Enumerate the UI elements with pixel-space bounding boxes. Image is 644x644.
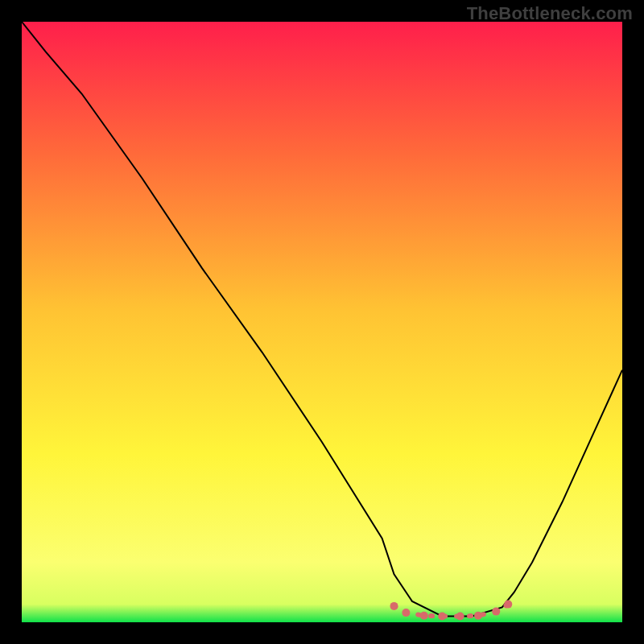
marker-dot xyxy=(420,612,428,620)
marker-dot xyxy=(504,601,512,609)
marker-dot xyxy=(402,609,410,617)
plot-area xyxy=(22,22,622,622)
marker-dot xyxy=(456,613,464,621)
marker-dot xyxy=(492,608,500,616)
marker-dot xyxy=(474,612,482,620)
watermark-text: TheBottleneck.com xyxy=(467,3,633,24)
chart-svg xyxy=(22,22,622,622)
chart-frame: TheBottleneck.com xyxy=(0,0,644,644)
marker-dot xyxy=(390,602,398,610)
marker-dot xyxy=(438,613,446,621)
gradient-background xyxy=(22,22,622,622)
